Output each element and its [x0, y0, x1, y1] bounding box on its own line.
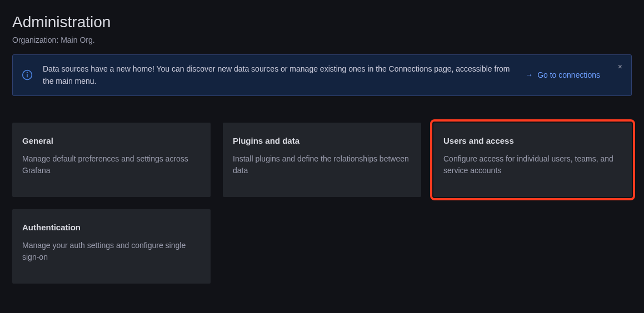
svg-point-2 [27, 73, 28, 73]
card-desc: Configure access for individual users, t… [443, 153, 622, 177]
card-plugins-and-data[interactable]: Plugins and data Install plugins and def… [223, 123, 421, 197]
card-general[interactable]: General Manage default preferences and s… [12, 123, 211, 197]
card-title: Users and access [443, 136, 622, 145]
card-title: Plugins and data [233, 136, 411, 145]
card-users-and-access[interactable]: Users and access Configure access for in… [433, 123, 632, 197]
info-icon [22, 69, 33, 80]
card-authentication[interactable]: Authentication Manage your auth settings… [12, 209, 211, 284]
card-title: General [22, 136, 201, 145]
page-subtitle: Organization: Main Org. [12, 36, 632, 44]
close-icon[interactable]: × [616, 60, 625, 73]
card-desc: Manage default preferences and settings … [22, 153, 201, 177]
alert-link-label: Go to connections [537, 70, 600, 79]
card-title: Authentication [22, 223, 201, 232]
info-alert: Data sources have a new home! You can di… [12, 54, 632, 96]
admin-card-grid: General Manage default preferences and s… [12, 123, 632, 284]
go-to-connections-link[interactable]: → Go to connections [525, 70, 600, 79]
arrow-right-icon: → [525, 70, 533, 79]
page-title: Administration [12, 13, 632, 31]
alert-text: Data sources have a new home! You can di… [43, 63, 525, 88]
card-desc: Manage your auth settings and configure … [22, 240, 201, 264]
card-desc: Install plugins and define the relations… [233, 153, 411, 177]
